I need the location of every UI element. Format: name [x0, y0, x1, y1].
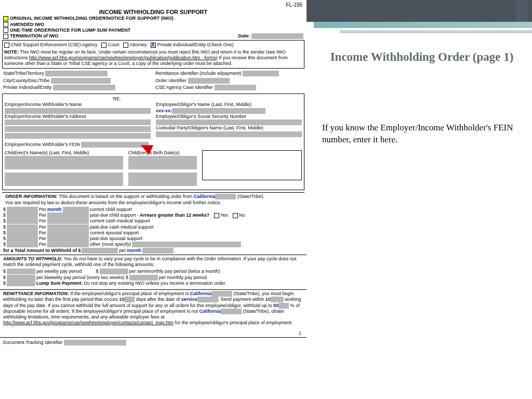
- field-remit-state[interactable]: [211, 291, 232, 297]
- checkbox-termination[interactable]: [3, 34, 8, 39]
- field-remit-state2[interactable]: [221, 309, 242, 314]
- field-per-total[interactable]: [142, 248, 174, 254]
- item-css: current spousal support: [90, 230, 139, 236]
- field-mo[interactable]: [129, 275, 158, 281]
- remit-link: http://www.acf.hhs.gov/programs/cse/newh…: [3, 320, 174, 325]
- checkbox-court[interactable]: [101, 43, 107, 48]
- checkbox-attorney[interactable]: [123, 43, 128, 48]
- field-amt-3[interactable]: [7, 218, 38, 224]
- field-amt-4[interactable]: [7, 224, 38, 230]
- total-lbl: for a Total Amount to Withhold of $: [3, 248, 81, 254]
- parties-box: RE: Employer/Income Withholder's Name Em…: [2, 94, 304, 190]
- checkbox-no[interactable]: [233, 213, 238, 218]
- lbl-remit: Remittance Identifier (include w/payment…: [155, 71, 242, 76]
- date-field[interactable]: [251, 33, 303, 39]
- field-pct[interactable]: [278, 303, 289, 309]
- lbl-city: City/County/Dist./Tribe: [3, 78, 50, 83]
- checkbox-amended[interactable]: [3, 22, 8, 27]
- field-emp-name[interactable]: [5, 108, 151, 114]
- lump-txt: Do not stop any existing IWO unless you …: [84, 281, 227, 286]
- field-emp-addr-2[interactable]: [5, 126, 151, 132]
- per-7: Per: [39, 242, 46, 247]
- field-lump[interactable]: [7, 281, 35, 286]
- label-private: Private Individual/Entity (Check One): [157, 42, 234, 47]
- checkbox-yes[interactable]: [214, 213, 219, 218]
- field-service[interactable]: [197, 297, 218, 302]
- order-intro1: This document is based on the support or…: [58, 194, 194, 199]
- label-court: Court: [108, 42, 119, 47]
- re-label: RE:: [113, 96, 121, 101]
- field-sm[interactable]: [100, 269, 128, 274]
- field-dti[interactable]: [64, 340, 126, 345]
- field-per-4[interactable]: [47, 224, 89, 230]
- remit-b3: days after the date of: [136, 297, 181, 302]
- field-priv[interactable]: [53, 85, 115, 90]
- checkbox-private[interactable]: [151, 43, 156, 48]
- field-emp-fein[interactable]: [81, 142, 149, 148]
- field-city[interactable]: [51, 78, 111, 84]
- field-days2[interactable]: [271, 297, 284, 302]
- item-pdcs: past-due child support -: [90, 212, 139, 218]
- field-wk[interactable]: [7, 269, 35, 274]
- remit-heading: REMITTANCE INFORMATION:: [3, 291, 69, 296]
- field-total[interactable]: [82, 248, 118, 254]
- field-emp-addr-3[interactable]: [5, 133, 151, 139]
- amounts-body: You do not have to vary your pay cycle t…: [62, 256, 204, 261]
- field-per-2[interactable]: [47, 212, 89, 218]
- remit-state: California: [190, 291, 212, 296]
- order-intro2: You are required by law to deduct these …: [5, 200, 301, 206]
- field-child-dob-1[interactable]: [128, 156, 197, 169]
- form-title: INCOME WITHHOLDING FOR SUPPORT: [0, 9, 307, 16]
- item-ccms: current cash medical support: [90, 218, 150, 224]
- side-body: If you know the Employer/Income Withhold…: [322, 122, 522, 146]
- item-pdcms: past-due cash medical support: [90, 224, 154, 230]
- field-remit[interactable]: [243, 71, 279, 76]
- amounts-heading: AMOUNTS TO WITHHOLD:: [3, 256, 62, 261]
- field-cse-id[interactable]: [215, 85, 256, 90]
- field-child-name-2[interactable]: [5, 172, 123, 186]
- lbl-no: No: [239, 212, 245, 218]
- field-amt-2[interactable]: [7, 212, 38, 218]
- field-child-dob-2[interactable]: [128, 172, 197, 186]
- lbl-sm: per semimonthly pay period (twice a mont…: [129, 269, 220, 274]
- per-1: Per: [39, 207, 46, 212]
- field-per-1[interactable]: [63, 207, 89, 212]
- lbl-obl-ssn: Employee/Obligor's Social Security Numbe…: [156, 114, 302, 119]
- field-obl-name[interactable]: [172, 108, 265, 114]
- field-per-5[interactable]: [47, 230, 89, 236]
- field-amt-1[interactable]: [7, 207, 38, 212]
- field-cust-name[interactable]: [156, 131, 302, 137]
- field-amt-5[interactable]: [7, 230, 38, 236]
- field-per-7[interactable]: [47, 242, 89, 247]
- field-order[interactable]: [188, 78, 230, 84]
- checkbox-onetime[interactable]: [3, 28, 8, 33]
- side-panel: Income Withholding Order (page 1) If you…: [322, 50, 522, 146]
- field-child-name-1[interactable]: [5, 156, 123, 169]
- field-emp-addr-1[interactable]: [5, 119, 151, 125]
- field-state[interactable]: [45, 71, 108, 76]
- remit-service: service: [181, 297, 197, 302]
- field-other[interactable]: [132, 242, 241, 247]
- lbl-child-dob: Child(ren)'s Birth Date(s): [128, 150, 197, 156]
- order-heading: ORDER INFORMATION:: [5, 194, 58, 199]
- label-attorney: Attorney: [129, 42, 147, 47]
- label-termination: TERMINATION of IWO: [10, 33, 58, 39]
- field-obl-ssn[interactable]: [156, 119, 302, 125]
- field-amt-6[interactable]: [7, 236, 38, 242]
- lbl-emp-name: Employer/Income Withholder's Name: [5, 102, 151, 108]
- field-per-6[interactable]: [47, 236, 89, 242]
- side-title: Income Withholding Order (page 1): [322, 50, 522, 65]
- field-order-state[interactable]: [215, 194, 236, 200]
- checkbox-cse[interactable]: [4, 43, 9, 48]
- field-amt-7[interactable]: [7, 242, 38, 247]
- remit-b1: If the employee/obligor's principal plac…: [69, 291, 190, 296]
- checkbox-original[interactable]: [3, 16, 8, 21]
- form-panel: FL-195 INCOME WITHHOLDING FOR SUPPORT OR…: [0, 0, 307, 347]
- field-bw[interactable]: [7, 275, 35, 281]
- field-days1[interactable]: [124, 297, 135, 302]
- dti-label: Document Tracking Identifier: [3, 340, 63, 345]
- field-per-3[interactable]: [47, 218, 89, 224]
- label-amended: AMENDED IWO: [10, 22, 44, 28]
- lbl-wk: per weekly pay period: [36, 269, 82, 274]
- remit-b8: for the employee/obligor's principal pla…: [174, 320, 292, 325]
